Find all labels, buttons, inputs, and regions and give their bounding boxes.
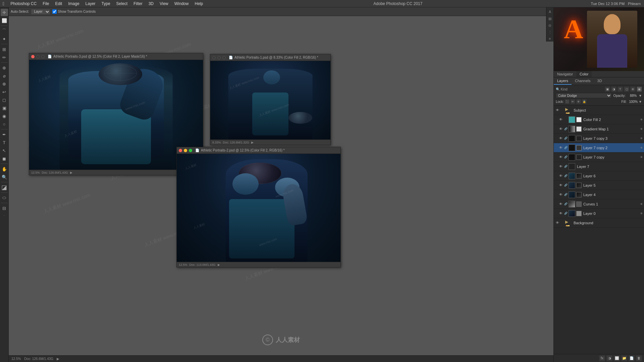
magic-wand-tool[interactable]: ✦ <box>1 35 8 43</box>
layer-vis-curves[interactable]: 👁 <box>558 202 563 206</box>
type-tool[interactable]: T <box>1 139 8 146</box>
blend-mode-select[interactable]: Color Dodge Normal Multiply Screen Overl… <box>556 93 612 98</box>
clone-stamp-tool[interactable]: ⊗ <box>1 80 8 87</box>
marquee-tool[interactable]: ⬜ <box>1 17 8 24</box>
doc1-max-btn[interactable] <box>41 55 45 58</box>
menu-file[interactable]: File <box>40 1 52 7</box>
doc2-canvas[interactable]: 人人素材 www.rrsc.com 人人素材 www.rrsc.com <box>210 61 330 139</box>
eyedropper-tool[interactable]: ✏ <box>1 54 8 61</box>
layer-curves-1[interactable]: 👁 🔗 Curves 1 ⊕ <box>554 199 644 209</box>
layer-color-fill-2[interactable]: 👁 Color Fill 2 ⊕ <box>554 115 644 124</box>
document-window-2[interactable]: 📄 Athletic Portraits-1.psd @ 8.33% (Colo… <box>210 54 331 145</box>
menu-help[interactable]: Help <box>192 1 206 7</box>
filter-toggle[interactable]: ◉ <box>637 86 642 92</box>
layer-vis-subject[interactable]: 👁 <box>555 108 560 113</box>
doc2-close-btn[interactable] <box>212 56 216 59</box>
layer-0[interactable]: 👁 🔗 Layer 0 ⊕ <box>554 209 644 218</box>
gradient-tool[interactable]: ▣ <box>1 104 8 112</box>
filter-type-btn[interactable]: T <box>618 86 623 92</box>
filter-adjust-btn[interactable]: ◑ <box>611 86 616 92</box>
doc3-canvas[interactable]: 人人素材 www.rrsc.com 人人素材 www.rrsc.com <box>177 154 340 262</box>
layer-vis-l5[interactable]: 👁 <box>558 183 563 188</box>
filter-pixel-btn[interactable]: ▣ <box>605 86 610 92</box>
layer-vis-l4[interactable]: 👁 <box>558 192 563 197</box>
show-transform-checkbox[interactable] <box>52 9 57 14</box>
eraser-tool[interactable]: ◻ <box>1 96 8 104</box>
lasso-tool[interactable]: ⌒ <box>1 27 8 35</box>
doc3-min-btn[interactable] <box>184 149 187 152</box>
healing-brush-tool[interactable]: ⊕ <box>1 64 8 71</box>
new-layer-button[interactable]: 📄 <box>629 355 635 361</box>
dodge-tool[interactable]: ○ <box>1 120 8 128</box>
menu-layer[interactable]: Layer <box>83 1 98 7</box>
doc1-close-btn[interactable] <box>31 55 35 58</box>
layer-vis-cf2[interactable]: 👁 <box>558 117 563 122</box>
fx-button[interactable]: fx <box>599 355 605 361</box>
delete-layer-button[interactable]: 🗑 <box>636 355 642 361</box>
layer-7[interactable]: 👁 🔗 Layer 7 <box>554 162 644 171</box>
panel-btn-5[interactable]: ≡ <box>547 36 553 42</box>
fill-dropdown-icon[interactable]: ▼ <box>639 100 642 104</box>
doc3-close-btn[interactable] <box>179 149 182 152</box>
app-name-menu[interactable]: Photoshop CC <box>8 1 39 7</box>
menu-filter[interactable]: Filter <box>131 1 145 7</box>
layer-7-copy-3[interactable]: 👁 🔗 Layer 7 copy 3 ⊕ <box>554 134 644 143</box>
brush-tool[interactable]: ⌀ <box>1 72 8 79</box>
layer-background[interactable]: 👁 ▶ 📁 Background <box>554 218 644 228</box>
quick-mask-mode[interactable]: ⬭ <box>1 194 8 201</box>
hand-tool[interactable]: ✋ <box>1 165 8 173</box>
tab-color[interactable]: Color <box>576 71 592 77</box>
tab-navigator[interactable]: Navigator <box>554 71 576 77</box>
screen-mode[interactable]: ⊟ <box>1 204 8 212</box>
panel-btn-2[interactable]: ▤ <box>547 15 553 21</box>
layer-6[interactable]: 👁 🔗 Layer 6 <box>554 171 644 181</box>
move-tool[interactable]: ✛ <box>1 9 8 16</box>
layer-vis-bg[interactable]: 👁 <box>555 221 560 225</box>
layer-subject[interactable]: 👁 ▶ 📁 Subject <box>554 106 644 115</box>
apple-menu-icon[interactable]:  <box>3 1 4 6</box>
tab-3d[interactable]: 3D <box>594 77 605 85</box>
lock-image-btn[interactable]: ✏ <box>571 99 575 104</box>
filter-smart-btn[interactable]: ⊛ <box>630 86 636 92</box>
auto-select-dropdown[interactable]: Layer Group <box>31 9 50 15</box>
layer-5[interactable]: 👁 🔗 Layer 5 <box>554 181 644 190</box>
layer-7-copy-2[interactable]: 👁 🔗 Layer 7 copy 2 ⊕ <box>554 143 644 153</box>
layer-4[interactable]: 👁 🔗 Layer 4 <box>554 190 644 199</box>
doc2-min-btn[interactable] <box>217 56 221 59</box>
menu-window[interactable]: Window <box>172 1 192 7</box>
add-adjustment-button[interactable]: ◑ <box>606 355 612 361</box>
new-group-button[interactable]: 📁 <box>621 355 627 361</box>
crop-tool[interactable]: ⊞ <box>1 46 8 53</box>
lock-position-btn[interactable]: ✛ <box>576 99 581 104</box>
layer-vis-l0[interactable]: 👁 <box>558 211 563 216</box>
filter-shape-btn[interactable]: ◻ <box>624 86 629 92</box>
panel-btn-4[interactable]: ⋮ <box>547 29 553 35</box>
layer-vis-l7c[interactable]: 👁 <box>558 155 563 160</box>
layer-vis-gm1[interactable]: 👁 <box>558 127 563 131</box>
foreground-background-colors[interactable]: ◪ <box>1 184 8 191</box>
zoom-tool[interactable]: 🔍 <box>1 173 8 181</box>
panel-btn-1[interactable]: A <box>547 9 553 15</box>
document-window-3[interactable]: 📄 Athletic Portraits-2.psd @ 12.5% (Colo… <box>176 147 341 267</box>
menu-view[interactable]: View <box>157 1 171 7</box>
pen-tool[interactable]: ✒ <box>1 131 8 138</box>
tab-channels[interactable]: Channels <box>572 77 594 85</box>
lock-transparent-btn[interactable]: ⬛ <box>565 99 570 104</box>
layer-vis-l6[interactable]: 👁 <box>558 174 563 178</box>
menu-select[interactable]: Select <box>114 1 130 7</box>
layer-vis-l7[interactable]: 👁 <box>558 164 563 169</box>
layer-vis-l7c3[interactable]: 👁 <box>558 136 563 141</box>
doc3-max-btn[interactable] <box>189 149 192 152</box>
show-transform-label[interactable]: Show Transform Controls <box>52 9 96 14</box>
opacity-dropdown-icon[interactable]: ▼ <box>639 94 642 98</box>
layer-7-copy[interactable]: 👁 🔗 Layer 7 copy ⊕ <box>554 153 644 162</box>
panel-btn-3[interactable]: ◎ <box>547 22 553 28</box>
menu-edit[interactable]: Edit <box>53 1 65 7</box>
menu-type[interactable]: Type <box>99 1 113 7</box>
shape-tool[interactable]: ◼ <box>1 155 8 162</box>
lock-all-btn[interactable]: 🔒 <box>582 99 587 104</box>
menu-3d[interactable]: 3D <box>146 1 156 7</box>
layer-gradient-map-1[interactable]: 👁 🔗 Gradient Map 1 ⊕ <box>554 124 644 134</box>
tab-layers[interactable]: Layers <box>554 77 572 85</box>
menu-image[interactable]: Image <box>65 1 82 7</box>
